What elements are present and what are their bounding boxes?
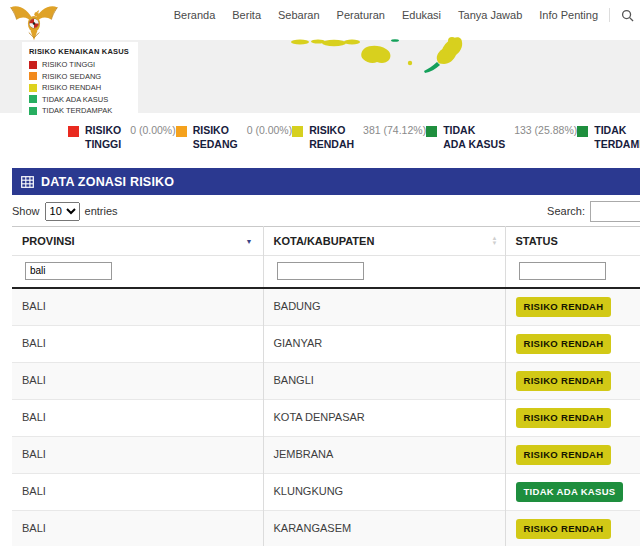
table-row: BALI BANGLI RISIKO RENDAH <box>12 362 640 399</box>
search-icon[interactable] <box>621 9 634 22</box>
status-badge: RISIKO RENDAH <box>516 519 612 539</box>
cell-status: RISIKO RENDAH <box>505 325 640 362</box>
table-row: BALI KOTA DENPASAR RISIKO RENDAH <box>12 399 640 436</box>
legend-item-label: TIDAK ADA KASUS <box>42 95 108 104</box>
filter-status-input[interactable] <box>519 262 606 280</box>
nav-item[interactable]: Tanya Jawab <box>458 9 522 21</box>
table-body: BALI BADUNG RISIKO RENDAH BALI GIANYAR R… <box>12 288 640 546</box>
legend-color-swatch <box>29 61 37 69</box>
cell-kota: BADUNG <box>263 288 505 326</box>
stat-label: RISIKOSEDANG <box>193 124 238 165</box>
stat-value: 0 (0.00%) <box>247 124 293 165</box>
data-zonasi-header: DATA ZONASI RISIKO <box>12 168 640 195</box>
cell-kota: BANGLI <box>263 362 505 399</box>
stat-item: TIDAKTERDAMPAK 0 (0.00%) <box>577 124 640 165</box>
legend-color-swatch <box>29 72 37 80</box>
nav-item[interactable]: Edukasi <box>402 9 441 21</box>
stat-label: TIDAKTERDAMPAK <box>594 124 640 165</box>
status-badge: RISIKO RENDAH <box>516 408 612 428</box>
filter-row <box>12 256 640 288</box>
page: Beranda Berita Sebaran Peraturan Edukasi… <box>0 0 640 546</box>
status-badge: RISIKO RENDAH <box>516 334 612 354</box>
column-header-kota[interactable]: KOTA/KABUPATEN ▲▼ <box>263 227 505 256</box>
cell-kota: GIANYAR <box>263 325 505 362</box>
cell-provinsi: BALI <box>12 399 263 436</box>
stat-item: RISIKOTINGGI 0 (0.00%) <box>68 124 176 165</box>
column-header-status[interactable]: STATUS <box>505 227 640 256</box>
cell-status: RISIKO RENDAH <box>505 362 640 399</box>
cell-provinsi: BALI <box>12 510 263 546</box>
legend-item-label: RISIKO SEDANG <box>42 72 101 81</box>
cell-kota: JEMBRANA <box>263 436 505 473</box>
table-row: BALI KLUNGKUNG TIDAK ADA KASUS <box>12 473 640 510</box>
stat-value: 133 (25.88%) <box>514 124 577 165</box>
table-row: BALI BADUNG RISIKO RENDAH <box>12 288 640 326</box>
legend-item: TIDAK ADA KASUS <box>29 95 129 104</box>
nav-item[interactable]: Beranda <box>174 9 216 21</box>
legend-item: RISIKO TINGGI <box>29 60 129 69</box>
stat-label: RISIKOTINGGI <box>85 124 121 165</box>
stat-color-swatch <box>426 126 437 137</box>
table-row: BALI JEMBRANA RISIKO RENDAH <box>12 436 640 473</box>
nav-item[interactable]: Sebaran <box>278 9 320 21</box>
legend-item: TIDAK TERDAMPAK <box>29 106 129 115</box>
status-badge: RISIKO RENDAH <box>516 445 612 465</box>
entries-label: entries <box>85 205 118 217</box>
cell-provinsi: BALI <box>12 325 263 362</box>
legend-item-label: RISIKO RENDAH <box>42 83 101 92</box>
filter-kota-input[interactable] <box>277 262 364 280</box>
stat-color-swatch <box>68 126 79 137</box>
cell-status: RISIKO RENDAH <box>505 288 640 326</box>
nav-item[interactable]: Peraturan <box>337 9 385 21</box>
stat-label: RISIKORENDAH <box>309 124 354 165</box>
cell-status: RISIKO RENDAH <box>505 436 640 473</box>
risk-map[interactable]: RISIKO KENAIKAN KASUS RISIKO TINGGI RISI… <box>0 30 640 113</box>
cell-status: TIDAK ADA KASUS <box>505 473 640 510</box>
sort-desc-icon[interactable]: ▼ <box>246 238 253 245</box>
cell-kota: KOTA DENPASAR <box>263 399 505 436</box>
nav-item[interactable]: Berita <box>232 9 261 21</box>
legend-item: RISIKO SEDANG <box>29 72 129 81</box>
filter-cell-provinsi <box>12 256 263 288</box>
stat-color-swatch <box>292 126 303 137</box>
filter-cell-status <box>505 256 640 288</box>
garuda-logo <box>8 2 60 44</box>
cell-status: RISIKO RENDAH <box>505 399 640 436</box>
cell-provinsi: BALI <box>12 473 263 510</box>
legend-color-swatch <box>29 95 37 103</box>
top-nav: Beranda Berita Sebaran Peraturan Edukasi… <box>0 0 640 30</box>
filter-provinsi-input[interactable] <box>25 262 112 280</box>
stat-color-swatch <box>176 126 187 137</box>
table-icon <box>21 176 34 188</box>
stat-item: RISIKORENDAH 381 (74.12%) <box>292 124 426 165</box>
column-header-provinsi[interactable]: PROVINSI ▼ <box>12 227 263 256</box>
search-label: Search: <box>547 205 585 217</box>
filter-cell-kota <box>263 256 505 288</box>
table-search-input[interactable] <box>590 201 640 222</box>
legend-title: RISIKO KENAIKAN KASUS <box>29 47 129 56</box>
stat-item: RISIKOSEDANG 0 (0.00%) <box>176 124 292 165</box>
cell-provinsi: BALI <box>12 436 263 473</box>
legend-color-swatch <box>29 107 37 115</box>
stat-value: 0 (0.00%) <box>130 124 176 165</box>
cell-kota: KLUNGKUNG <box>263 473 505 510</box>
panel-title: DATA ZONASI RISIKO <box>41 175 174 189</box>
entries-select[interactable]: 10 <box>45 202 80 221</box>
nav-item[interactable]: Info Penting <box>539 9 598 21</box>
legend-color-swatch <box>29 84 37 92</box>
table-controls: Show 10 entries Search: <box>12 200 640 222</box>
legend-item-label: RISIKO TINGGI <box>42 60 95 69</box>
status-badge: RISIKO RENDAH <box>516 297 612 317</box>
status-badge: RISIKO RENDAH <box>516 371 612 391</box>
legend-item: RISIKO RENDAH <box>29 83 129 92</box>
status-badge: TIDAK ADA KASUS <box>516 482 624 502</box>
zonasi-table: PROVINSI ▼ KOTA/KABUPATEN ▲▼ STATUS <box>12 226 640 546</box>
cell-provinsi: BALI <box>12 362 263 399</box>
nav-divider <box>609 8 610 22</box>
header-row: PROVINSI ▼ KOTA/KABUPATEN ▲▼ STATUS <box>12 227 640 256</box>
sort-both-icon[interactable]: ▲▼ <box>492 236 498 245</box>
stat-value: 381 (74.12%) <box>363 124 426 165</box>
legend-item-label: TIDAK TERDAMPAK <box>42 106 112 115</box>
table-row: BALI GIANYAR RISIKO RENDAH <box>12 325 640 362</box>
search-wrap: Search: <box>547 201 640 222</box>
